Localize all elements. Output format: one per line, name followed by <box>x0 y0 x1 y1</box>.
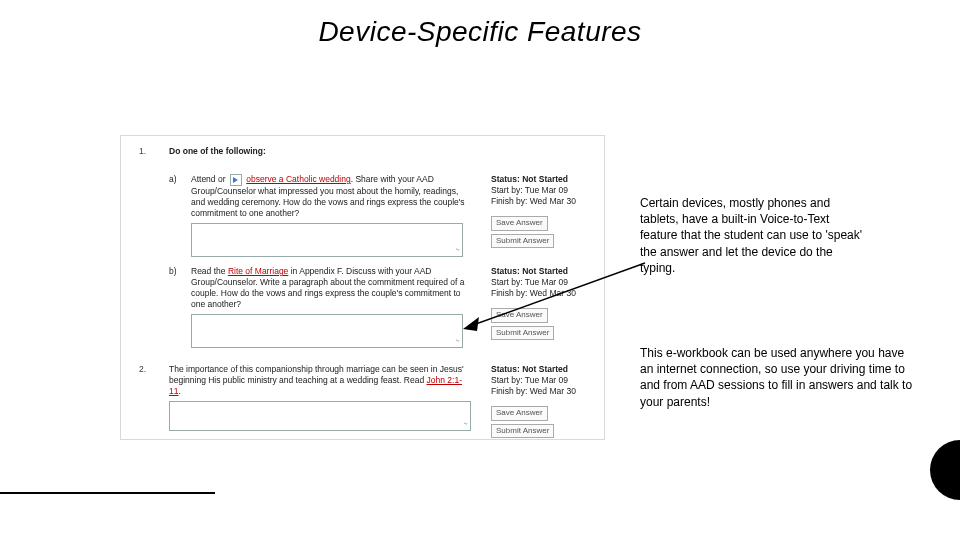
submit-button[interactable]: Submit Answer <box>491 424 554 438</box>
submit-button[interactable]: Submit Answer <box>491 326 554 340</box>
q2-start: Start by: Tue Mar 09 <box>491 375 591 386</box>
save-button[interactable]: Save Answer <box>491 308 548 322</box>
q2-status-block: Status: Not Started Start by: Tue Mar 09… <box>491 364 591 438</box>
q1a-finish: Finish by: Wed Mar 30 <box>491 196 591 207</box>
q1-number: 1. <box>139 146 149 157</box>
q1b-status-block: Status: Not Started Start by: Tue Mar 09… <box>491 266 591 340</box>
q1b-link[interactable]: Rite of Marriage <box>228 266 288 276</box>
status-label: Status: <box>491 266 520 276</box>
submit-button[interactable]: Submit Answer <box>491 234 554 248</box>
save-button[interactable]: Save Answer <box>491 216 548 230</box>
paragraph-voice-to-text: Certain devices, mostly phones and table… <box>640 195 865 276</box>
q1a-pre: Attend or <box>191 174 226 184</box>
q2-text: The importance of this companionship thr… <box>169 364 471 431</box>
q1a-text: Attend or observe a Catholic wedding. Sh… <box>191 174 471 257</box>
q1b-answer-textarea[interactable]: ⌿ <box>191 314 463 348</box>
q1a-answer-textarea[interactable]: ⌿ <box>191 223 463 257</box>
status-value: Not Started <box>522 364 568 374</box>
resize-handle-icon: ⌿ <box>455 245 460 255</box>
q1b-start: Start by: Tue Mar 09 <box>491 277 591 288</box>
q1b-letter: b) <box>169 266 179 277</box>
save-button[interactable]: Save Answer <box>491 406 548 420</box>
q2-post: . <box>178 386 180 396</box>
resize-handle-icon: ⌿ <box>455 336 460 346</box>
paragraph-use-anywhere: This e-workbook can be used anywhere you… <box>640 345 920 410</box>
q1a-letter: a) <box>169 174 179 185</box>
q1a-status-block: Status: Not Started Start by: Tue Mar 09… <box>491 174 591 248</box>
q2-answer-textarea[interactable]: ⌿ <box>169 401 471 431</box>
corner-decoration <box>930 440 960 500</box>
q1b-text: Read the Rite of Marriage in Appendix F.… <box>191 266 471 348</box>
status-label: Status: <box>491 174 520 184</box>
q1a-link[interactable]: observe a Catholic wedding <box>246 174 350 184</box>
status-value: Not Started <box>522 266 568 276</box>
play-icon[interactable] <box>230 174 242 186</box>
q2-finish: Finish by: Wed Mar 30 <box>491 386 591 397</box>
q2-pre: The importance of this companionship thr… <box>169 364 464 385</box>
workbook-panel: 1. Do one of the following: a) Attend or… <box>120 135 605 440</box>
q1-lead: Do one of the following: <box>169 146 469 157</box>
q1b-pre: Read the <box>191 266 226 276</box>
status-value: Not Started <box>522 174 568 184</box>
page-title: Device-Specific Features <box>0 16 960 48</box>
status-label: Status: <box>491 364 520 374</box>
footer-rule <box>0 492 215 494</box>
q1b-finish: Finish by: Wed Mar 30 <box>491 288 591 299</box>
resize-handle-icon: ⌿ <box>463 419 468 429</box>
q2-number: 2. <box>139 364 149 375</box>
q1a-start: Start by: Tue Mar 09 <box>491 185 591 196</box>
